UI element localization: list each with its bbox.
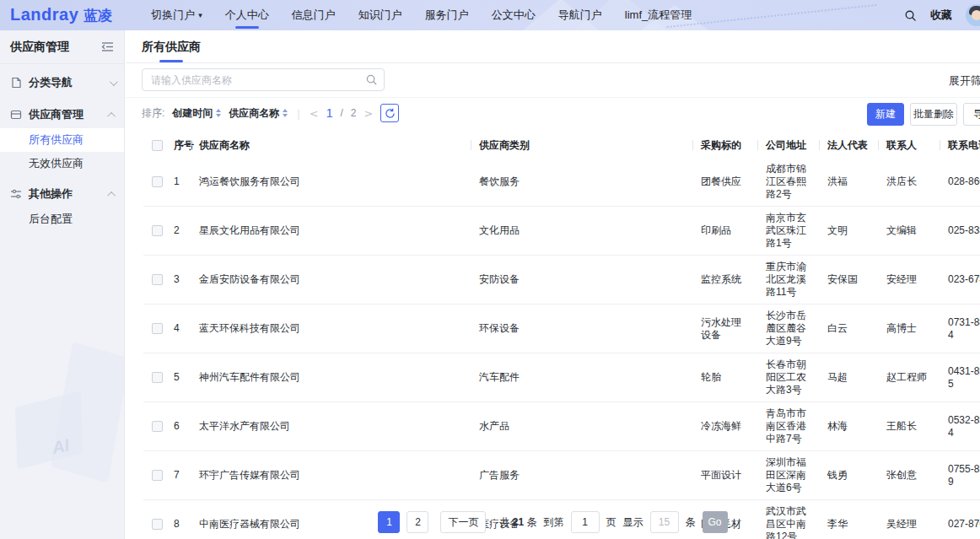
import-button[interactable]: 导入: [963, 103, 980, 126]
document-icon: [10, 77, 22, 89]
sidebar-item-backend-config[interactable]: 后台配置: [0, 208, 124, 231]
new-button[interactable]: 新建: [867, 103, 904, 126]
cell-no: 6: [165, 402, 191, 451]
table-row[interactable]: 6 太平洋水产有限公司 水产品 冷冻海鲜 青岛市市南区香港中路7号 林海 王船长…: [143, 402, 980, 451]
show-label: 显示: [623, 515, 643, 530]
sidebar-header: 供应商管理: [0, 30, 124, 64]
cell-category: 餐饮服务: [471, 158, 692, 207]
page-size-input[interactable]: [650, 511, 679, 533]
tab-bar: 所有供应商: [126, 30, 980, 63]
cell-phone: 0755-83456789: [940, 451, 980, 500]
expand-filter-button[interactable]: 展开筛选: [949, 73, 980, 89]
row-checkbox[interactable]: [152, 421, 163, 432]
pagination-footer: 1 2 下一页 共 21 条 到第 页 显示 条 Go: [126, 509, 980, 535]
cell-legal-rep: 文明: [819, 207, 878, 256]
panel-icon: [10, 109, 22, 121]
cell-supplier-name[interactable]: 神州汽车配件有限公司: [191, 353, 471, 402]
total-prefix: 共: [499, 516, 509, 528]
go-button[interactable]: Go: [703, 511, 728, 533]
sidebar-item-all-suppliers[interactable]: 所有供应商: [0, 128, 124, 152]
total-count-text: 共 21 条: [499, 515, 536, 530]
sidebar-group-supplier-mgmt[interactable]: 供应商管理: [0, 101, 124, 128]
table-row[interactable]: 5 神州汽车配件有限公司 汽车配件 轮胎 长春市朝阳区工农大路3号 马超 赵工程…: [143, 353, 980, 402]
user-avatar[interactable]: [966, 4, 980, 26]
cell-phone: 0532-85761234: [940, 402, 980, 451]
cell-supplier-name[interactable]: 蓝天环保科技有限公司: [191, 305, 471, 353]
col-phone: 联系电话: [940, 132, 980, 158]
col-legal-rep: 法人代表: [819, 132, 878, 158]
cell-legal-rep: 林海: [819, 402, 878, 451]
nav-item-switch-portal[interactable]: 切换门户 ▾: [151, 0, 202, 30]
cell-category: 环保设备: [471, 305, 692, 353]
nav-label: 知识门户: [358, 8, 402, 23]
cell-legal-rep: 洪福: [819, 158, 878, 207]
tab-all-suppliers[interactable]: 所有供应商: [142, 40, 201, 55]
supplier-search: [142, 68, 385, 91]
search-icon[interactable]: [365, 73, 378, 86]
cell-contact: 赵工程师: [878, 353, 940, 402]
row-checkbox[interactable]: [152, 225, 163, 236]
goto-label: 到第: [544, 515, 564, 530]
search-icon[interactable]: [904, 9, 917, 22]
cell-supplier-name[interactable]: 环宇广告传媒有限公司: [191, 451, 471, 500]
sidebar-group-label: 分类导航: [29, 75, 110, 90]
toolbar: 新建 批量删除 导入: [126, 103, 980, 126]
row-checkbox[interactable]: [152, 274, 163, 285]
row-checkbox[interactable]: [152, 323, 163, 334]
table-row[interactable]: 4 蓝天环保科技有限公司 环保设备 污水处理设备 长沙市岳麓区麓谷大道9号 白云…: [143, 305, 980, 353]
cell-purchase-target: 平面设计: [692, 451, 757, 500]
batch-delete-button[interactable]: 批量删除: [910, 103, 957, 126]
search-input[interactable]: [142, 68, 385, 91]
next-page-button[interactable]: 下一页: [440, 511, 486, 533]
cell-supplier-name[interactable]: 鸿运餐饮服务有限公司: [191, 158, 471, 207]
table-row[interactable]: 1 鸿运餐饮服务有限公司 餐饮服务 团餐供应 成都市锦江区春熙路2号 洪福 洪店…: [143, 158, 980, 207]
unit-word: 条: [686, 515, 696, 530]
sidebar-item-invalid-suppliers[interactable]: 无效供应商: [0, 152, 124, 175]
cell-purchase-target: 轮胎: [692, 353, 757, 402]
cell-legal-rep: 安保国: [819, 256, 878, 305]
cell-purchase-target: 印刷品: [692, 207, 757, 256]
page-button-2[interactable]: 2: [407, 511, 428, 533]
nav-label: 信息门户: [292, 8, 336, 23]
cell-supplier-name[interactable]: 星辰文化用品有限公司: [191, 207, 471, 256]
cell-address: 深圳市福田区深南大道6号: [757, 451, 819, 500]
landray-logo: Landray 蓝凌: [10, 5, 112, 25]
cell-no: 3: [165, 256, 191, 305]
menu-fold-icon[interactable]: [101, 41, 114, 52]
cell-purchase-target: 污水处理设备: [692, 305, 757, 353]
row-checkbox[interactable]: [152, 372, 163, 383]
row-checkbox[interactable]: [152, 176, 163, 187]
main-content: 所有供应商 展开筛选 排序: 创建时间 供应商名称 | < 1 / 2 >: [126, 30, 980, 539]
nav-item-info-portal[interactable]: 信息门户: [292, 0, 336, 30]
cell-phone: 028-86678901: [940, 158, 980, 207]
col-supplier-name: 供应商名称: [191, 132, 471, 158]
table-header-row: 序号 供应商名称 供应商类别 采购标的 公司地址 法人代表 联系人 联系电话: [143, 132, 980, 158]
table-row[interactable]: 7 环宇广告传媒有限公司 广告服务 平面设计 深圳市福田区深南大道6号 钱勇 张…: [143, 451, 980, 500]
sidebar-group-category-nav[interactable]: 分类导航: [0, 69, 124, 96]
nav-item-nav-portal[interactable]: 导航门户: [558, 0, 602, 30]
table-row[interactable]: 2 星辰文化用品有限公司 文化用品 印刷品 南京市玄武区珠江路1号 文明 文编辑…: [143, 207, 980, 256]
cell-supplier-name[interactable]: 金盾安防设备有限公司: [191, 256, 471, 305]
nav-item-limf-process[interactable]: limf_流程管理: [625, 0, 692, 30]
col-no: 序号: [165, 132, 191, 158]
cell-address: 长春市朝阳区工农大路3号: [757, 353, 819, 402]
goto-page-input[interactable]: [571, 511, 600, 533]
nav-item-personal-center[interactable]: 个人中心: [225, 0, 269, 30]
cell-category: 汽车配件: [471, 353, 692, 402]
logo-text-cn: 蓝凌: [83, 6, 112, 25]
sidebar-group-other-ops[interactable]: 其他操作: [0, 181, 124, 208]
topbar-actions: 收藏: [904, 0, 980, 30]
supplier-table: 序号 供应商名称 供应商类别 采购标的 公司地址 法人代表 联系人 联系电话 1…: [143, 132, 980, 539]
nav-item-service-portal[interactable]: 服务门户: [425, 0, 469, 30]
cell-category: 文化用品: [471, 207, 692, 256]
cell-contact: 张创意: [878, 451, 940, 500]
cell-supplier-name[interactable]: 太平洋水产有限公司: [191, 402, 471, 451]
select-all-checkbox[interactable]: [152, 140, 163, 151]
nav-item-knowledge-portal[interactable]: 知识门户: [358, 0, 402, 30]
nav-item-document-center[interactable]: 公文中心: [492, 0, 536, 30]
table-row[interactable]: 3 金盾安防设备有限公司 安防设备 监控系统 重庆市渝北区龙溪路11号 安保国 …: [143, 256, 980, 305]
favorites-button[interactable]: 收藏: [930, 8, 952, 23]
cell-no: 1: [165, 158, 191, 207]
row-checkbox[interactable]: [152, 470, 163, 481]
page-button-1[interactable]: 1: [378, 511, 400, 533]
